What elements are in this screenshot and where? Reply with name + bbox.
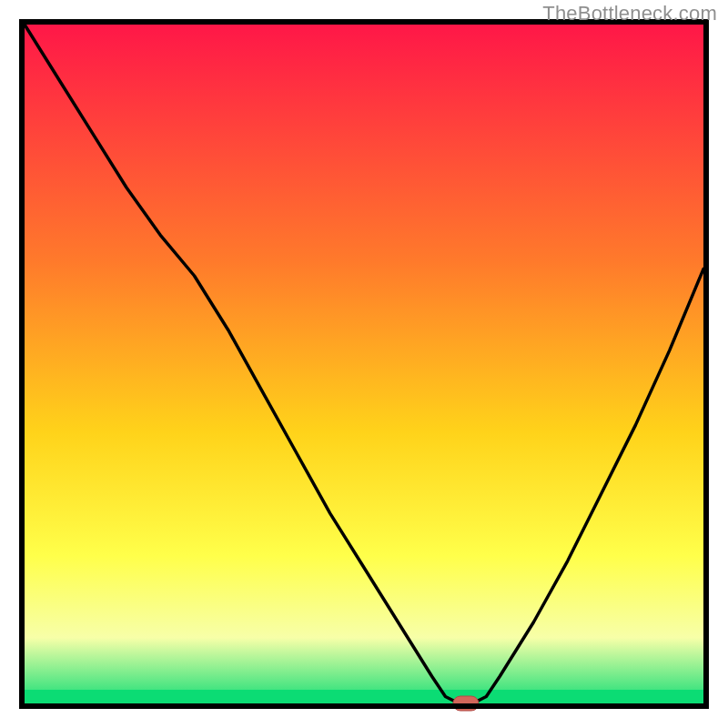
bottleneck-chart	[0, 0, 728, 728]
watermark-label: TheBottleneck.com	[542, 2, 717, 25]
chart-background	[22, 22, 706, 706]
